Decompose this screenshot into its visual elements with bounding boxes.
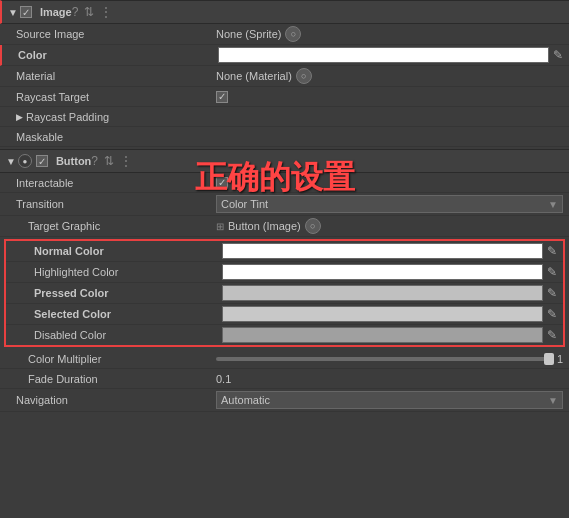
- normal-color-row: Normal Color ✎: [6, 241, 563, 262]
- disabled-color-label: Disabled Color: [22, 329, 222, 341]
- color-multiplier-label: Color Multiplier: [16, 353, 216, 365]
- image-help-icon[interactable]: ?: [72, 5, 79, 19]
- material-label: Material: [16, 70, 216, 82]
- target-graphic-value: Button (Image): [228, 220, 301, 232]
- pressed-color-row: Pressed Color ✎: [6, 283, 563, 304]
- fade-duration-row: Fade Duration 0.1: [0, 369, 569, 389]
- fade-duration-label: Fade Duration: [16, 373, 216, 385]
- color-multiplier-value: 1: [557, 353, 563, 365]
- maskable-label: Maskable: [16, 131, 216, 143]
- source-image-value: None (Sprite): [216, 28, 281, 40]
- highlighted-color-eyedropper[interactable]: ✎: [547, 265, 557, 279]
- color-row: Color ✎: [0, 45, 569, 66]
- pressed-color-box[interactable]: [222, 285, 543, 301]
- button-section-eye[interactable]: ●: [18, 154, 32, 168]
- material-value: None (Material): [216, 70, 292, 82]
- color-eyedropper-icon[interactable]: ✎: [553, 48, 563, 62]
- disabled-color-eyedropper[interactable]: ✎: [547, 328, 557, 342]
- pressed-color-label: Pressed Color: [22, 287, 222, 299]
- transition-dropdown-arrow: ▼: [548, 199, 558, 210]
- fade-duration-value: 0.1: [216, 373, 231, 385]
- highlighted-color-row: Highlighted Color ✎: [6, 262, 563, 283]
- image-settings-icon[interactable]: ⇅: [84, 5, 94, 19]
- button-section-title: Button: [56, 155, 91, 167]
- raycast-target-label: Raycast Target: [16, 91, 216, 103]
- button-help-icon[interactable]: ?: [91, 154, 98, 168]
- maskable-row: Maskable: [0, 127, 569, 147]
- source-image-row: Source Image None (Sprite) ○: [0, 24, 569, 45]
- selected-color-box[interactable]: [222, 306, 543, 322]
- source-image-label: Source Image: [16, 28, 216, 40]
- navigation-dropdown-value: Automatic: [221, 394, 270, 406]
- color-multiplier-row: Color Multiplier 1: [0, 349, 569, 369]
- target-graphic-icon: ⊞: [216, 221, 224, 232]
- selected-color-label: Selected Color: [22, 308, 222, 320]
- selected-color-eyedropper[interactable]: ✎: [547, 307, 557, 321]
- normal-color-label: Normal Color: [22, 245, 222, 257]
- normal-color-eyedropper[interactable]: ✎: [547, 244, 557, 258]
- overlay-text: 正确的设置: [195, 156, 355, 200]
- selected-color-row: Selected Color ✎: [6, 304, 563, 325]
- color-label: Color: [18, 49, 218, 61]
- color-rows-group: Normal Color ✎ Highlighted Color ✎ Press…: [4, 239, 565, 347]
- button-settings-icon[interactable]: ⇅: [104, 154, 114, 168]
- image-menu-icon[interactable]: ⋮: [100, 5, 112, 19]
- raycast-target-checkbox[interactable]: ✓: [216, 91, 228, 103]
- color-value-box[interactable]: [218, 47, 549, 63]
- navigation-dropdown[interactable]: Automatic ▼: [216, 391, 563, 409]
- material-row: Material None (Material) ○: [0, 66, 569, 87]
- target-graphic-picker[interactable]: ○: [305, 218, 321, 234]
- pressed-color-eyedropper[interactable]: ✎: [547, 286, 557, 300]
- raycast-padding-label: ▶Raycast Padding: [16, 111, 216, 123]
- raycast-padding-row: ▶Raycast Padding: [0, 107, 569, 127]
- highlighted-color-box[interactable]: [222, 264, 543, 280]
- color-multiplier-slider[interactable]: [216, 357, 551, 361]
- image-section-title: Image: [40, 6, 72, 18]
- source-image-picker[interactable]: ○: [285, 26, 301, 42]
- target-graphic-row: Target Graphic ⊞ Button (Image) ○: [0, 216, 569, 237]
- button-menu-icon[interactable]: ⋮: [120, 154, 132, 168]
- disabled-color-row: Disabled Color ✎: [6, 325, 563, 345]
- transition-label: Transition: [16, 198, 216, 210]
- raycast-target-row: Raycast Target ✓: [0, 87, 569, 107]
- disabled-color-box[interactable]: [222, 327, 543, 343]
- button-section-checkbox[interactable]: ✓: [36, 155, 48, 167]
- target-graphic-label: Target Graphic: [16, 220, 216, 232]
- button-section-toggle[interactable]: ▼: [6, 156, 16, 167]
- navigation-row: Navigation Automatic ▼: [0, 389, 569, 412]
- navigation-dropdown-arrow: ▼: [548, 395, 558, 406]
- material-picker[interactable]: ○: [296, 68, 312, 84]
- image-section-checkbox[interactable]: ✓: [20, 6, 32, 18]
- interactable-label: Interactable: [16, 177, 216, 189]
- normal-color-box[interactable]: [222, 243, 543, 259]
- highlighted-color-label: Highlighted Color: [22, 266, 222, 278]
- image-section-toggle[interactable]: ▼: [8, 7, 18, 18]
- navigation-label: Navigation: [16, 394, 216, 406]
